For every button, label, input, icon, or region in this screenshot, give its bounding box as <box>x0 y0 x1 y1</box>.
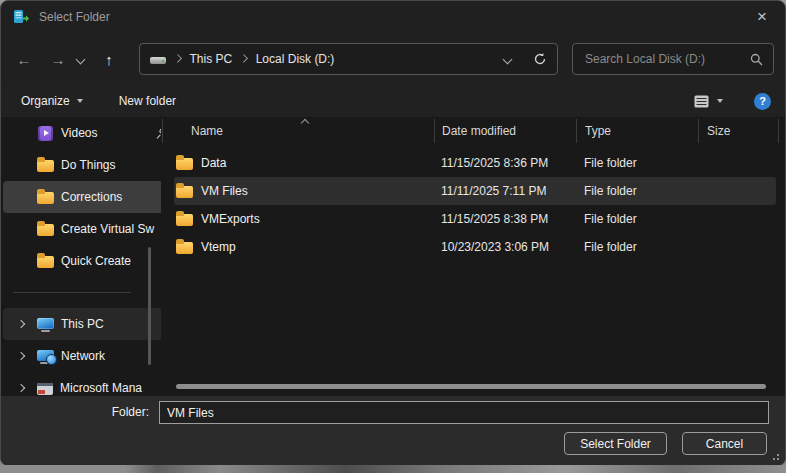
chevron-down-icon <box>717 99 723 103</box>
forward-button[interactable]: → <box>45 46 71 72</box>
sidebar-item-do-things[interactable]: Do Things <box>3 149 161 181</box>
organize-button[interactable]: Organize <box>15 90 89 112</box>
folder-icon <box>37 160 54 172</box>
folder-icon <box>37 192 54 204</box>
close-button[interactable]: × <box>739 1 785 32</box>
file-row-vmexports[interactable]: VMExports 11/15/2025 8:38 PM File folder <box>162 205 786 233</box>
file-type: File folder <box>576 184 698 198</box>
folder-icon <box>37 256 54 268</box>
file-list-pane: NameDate modifiedTypeSize Data 11/15/202… <box>162 117 786 398</box>
cancel-button[interactable]: Cancel <box>682 432 767 455</box>
new-folder-button[interactable]: New folder <box>113 90 182 112</box>
column-header-name[interactable]: Name <box>163 119 435 143</box>
recent-locations-chevron-icon[interactable] <box>76 54 86 64</box>
sidebar-item-create-virtual-sw[interactable]: Create Virtual Sw <box>3 213 161 245</box>
folder-icon <box>176 186 193 198</box>
folder-icon <box>176 214 193 226</box>
sidebar-scrollbar[interactable] <box>148 247 151 365</box>
sidebar-item-microsoft-mana[interactable]: Microsoft Mana <box>3 372 161 398</box>
refresh-icon[interactable] <box>533 52 547 66</box>
column-header-type[interactable]: Type <box>577 119 699 143</box>
pin-icon[interactable] <box>155 127 161 140</box>
navigation-bar: ← → ↑ This PCLocal Disk (D:) <box>1 33 785 85</box>
sidebar-item-quick-create[interactable]: Quick Create <box>3 245 161 277</box>
file-name: VMExports <box>201 212 260 226</box>
breadcrumb-item-local-disk-d[interactable]: Local Disk (D:) <box>256 52 335 66</box>
up-button[interactable]: ↑ <box>96 46 122 72</box>
network-icon <box>37 350 54 361</box>
file-name: VM Files <box>201 184 248 198</box>
sidebar-separator <box>13 292 131 293</box>
window-title: Select Folder <box>39 10 110 24</box>
folder-icon <box>176 158 193 170</box>
file-name: Data <box>201 156 226 170</box>
column-header-size[interactable]: Size <box>699 119 779 143</box>
file-row-data[interactable]: Data 11/15/2025 8:36 PM File folder <box>162 149 786 177</box>
hyper-v-export-icon <box>13 9 29 25</box>
chevron-right-icon <box>240 55 248 63</box>
title-bar[interactable]: Select Folder × <box>1 1 785 33</box>
chevron-right-icon <box>174 55 182 63</box>
file-type: File folder <box>576 156 698 170</box>
sidebar-tree-list: This PC Network Microsoft Mana <box>1 308 161 398</box>
drive-icon <box>150 57 166 64</box>
back-button[interactable]: ← <box>11 46 37 72</box>
this-pc-icon <box>37 318 54 329</box>
details-view-icon <box>694 95 709 108</box>
search-icon[interactable] <box>750 53 763 69</box>
search-box <box>572 43 774 75</box>
address-dropdown-icon[interactable] <box>503 54 513 64</box>
select-folder-dialog: Select Folder × ← → ↑ This PCLocal Disk … <box>0 0 786 466</box>
breadcrumb-item-this-pc[interactable]: This PC <box>190 52 233 66</box>
file-name: Vtemp <box>201 240 236 254</box>
videos-icon <box>38 126 53 141</box>
folder-label: Folder: <box>1 405 149 419</box>
folder-name-input[interactable] <box>159 401 769 424</box>
file-row-vtemp[interactable]: Vtemp 10/23/2023 3:06 PM File folder <box>162 233 786 261</box>
folder-icon <box>176 242 193 254</box>
file-date-modified: 11/15/2025 8:38 PM <box>434 212 576 226</box>
toolbar: Organize New folder ? <box>1 85 785 117</box>
chevron-down-icon <box>77 99 83 103</box>
sidebar-item-this-pc[interactable]: This PC <box>3 308 161 340</box>
search-input[interactable] <box>573 44 773 74</box>
column-headers: NameDate modifiedTypeSize <box>162 119 786 143</box>
chevron-right-icon[interactable] <box>17 352 25 360</box>
file-date-modified: 11/11/2025 7:11 PM <box>434 184 576 198</box>
mmc-icon <box>37 383 53 395</box>
sidebar-quick-list: Videos Do Things Corrections Create Virt… <box>1 117 161 277</box>
chevron-right-icon[interactable] <box>17 384 25 392</box>
sidebar-item-videos[interactable]: Videos <box>3 117 161 149</box>
file-type: File folder <box>576 212 698 226</box>
folder-icon <box>37 224 54 236</box>
address-bar[interactable]: This PCLocal Disk (D:) <box>139 43 558 75</box>
sidebar: Videos Do Things Corrections Create Virt… <box>1 117 161 398</box>
chevron-right-icon[interactable] <box>17 320 25 328</box>
file-date-modified: 10/23/2023 3:06 PM <box>434 240 576 254</box>
sidebar-item-network[interactable]: Network <box>3 340 161 372</box>
select-folder-button[interactable]: Select Folder <box>564 432 667 455</box>
sidebar-item-corrections[interactable]: Corrections <box>3 181 161 213</box>
breadcrumb: This PCLocal Disk (D:) <box>166 52 334 66</box>
help-button[interactable]: ? <box>754 93 771 110</box>
horizontal-scrollbar[interactable] <box>176 384 766 389</box>
change-view-button[interactable] <box>691 92 726 111</box>
file-rows: Data 11/15/2025 8:36 PM File folder VM F… <box>162 149 786 261</box>
file-date-modified: 11/15/2025 8:36 PM <box>434 156 576 170</box>
resize-grip[interactable] <box>777 458 779 460</box>
background-window-strip <box>0 465 786 473</box>
file-row-vm-files[interactable]: VM Files 11/11/2025 7:11 PM File folder <box>162 177 786 205</box>
file-type: File folder <box>576 240 698 254</box>
column-header-date-modified[interactable]: Date modified <box>435 119 577 143</box>
content-area: Videos Do Things Corrections Create Virt… <box>1 117 785 398</box>
